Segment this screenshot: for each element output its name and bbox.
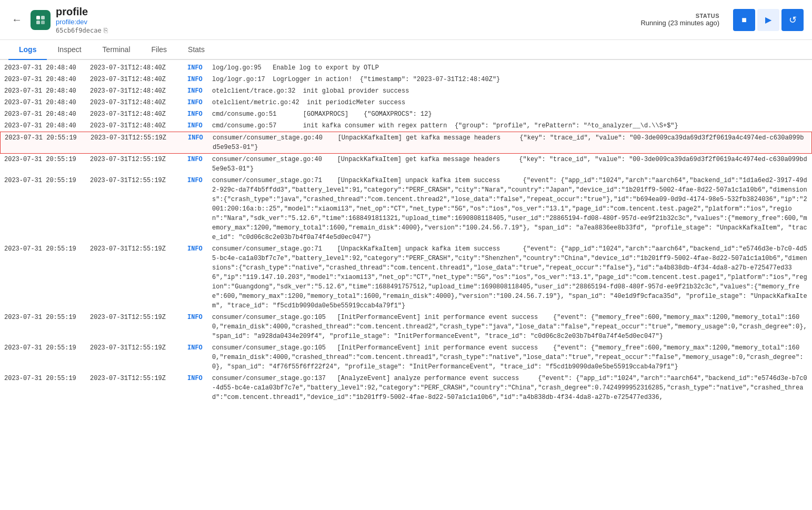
- log-isotime: 2023-07-31T12:55:19Z: [86, 313, 183, 322]
- log-isotime: 2023-07-31T12:55:19Z: [86, 343, 183, 353]
- log-isotime: 2023-07-31T12:48:40Z: [86, 121, 183, 131]
- back-button[interactable]: ←: [8, 13, 25, 27]
- log-message: otelclient/metric.go:42 init periodicMet…: [212, 98, 808, 107]
- app-icon: [31, 10, 51, 30]
- app-logo-icon: [35, 14, 46, 26]
- svg-rect-3: [41, 21, 45, 24]
- log-isotime: 2023-07-31T12:55:19Z: [86, 374, 183, 383]
- log-row: 2023-07-31 20:55:192023-07-31T12:55:19ZI…: [0, 175, 812, 243]
- log-datetime: 2023-07-31 20:55:19: [5, 133, 86, 143]
- svg-rect-0: [36, 16, 40, 19]
- log-row: 2023-07-31 20:55:192023-07-31T12:55:19ZI…: [0, 132, 812, 154]
- log-message: consumer/consumer_stage.go:137 [AnalyzeE…: [212, 374, 808, 402]
- svg-rect-1: [41, 16, 45, 19]
- log-isotime: 2023-07-31T12:55:19Z: [86, 133, 184, 143]
- app-title: profile: [56, 5, 635, 18]
- stop-button[interactable]: ■: [733, 9, 755, 31]
- log-row: 2023-07-31 20:55:192023-07-31T12:55:19ZI…: [0, 312, 812, 342]
- log-message: cmd/consume.go:51 [GOMAXPROCS] {"GOMAXPR…: [212, 109, 808, 119]
- status-value: Running (23 minutes ago): [640, 19, 719, 27]
- tab-stats[interactable]: Stats: [177, 40, 215, 60]
- log-datetime: 2023-07-31 20:55:19: [4, 343, 86, 353]
- log-level: INFO: [183, 98, 212, 107]
- log-row: 2023-07-31 20:48:402023-07-31T12:48:40ZI…: [0, 97, 812, 108]
- log-datetime: 2023-07-31 20:55:19: [4, 374, 86, 383]
- log-message: cmd/consume.go:57 init kafka consumer wi…: [212, 121, 808, 131]
- restart-button[interactable]: ↺: [781, 9, 804, 31]
- tabs-bar: Logs Inspect Terminal Files Stats: [0, 40, 812, 60]
- log-row: 2023-07-31 20:55:192023-07-31T12:55:19ZI…: [0, 373, 812, 403]
- log-level: INFO: [183, 313, 212, 322]
- header: ← profile profile:dev 65cb6f9decae ⎘ STA…: [0, 0, 812, 40]
- log-message: log/log.go:95 Enable log to export by OT…: [212, 63, 808, 73]
- copy-icon[interactable]: ⎘: [104, 26, 108, 34]
- log-message: log/logr.go:17 LogrLogger in action! {"t…: [212, 75, 808, 84]
- log-datetime: 2023-07-31 20:48:40: [4, 98, 86, 107]
- log-datetime: 2023-07-31 20:55:19: [4, 244, 86, 254]
- log-isotime: 2023-07-31T12:55:19Z: [86, 176, 183, 185]
- log-isotime: 2023-07-31T12:48:40Z: [86, 109, 183, 119]
- log-row: 2023-07-31 20:48:402023-07-31T12:48:40ZI…: [0, 62, 812, 74]
- log-isotime: 2023-07-31T12:48:40Z: [86, 98, 183, 107]
- log-entries: 2023-07-31 20:48:402023-07-31T12:48:40ZI…: [0, 62, 812, 403]
- log-level: INFO: [183, 75, 212, 84]
- log-row: 2023-07-31 20:48:402023-07-31T12:48:40ZI…: [0, 120, 812, 132]
- tab-inspect[interactable]: Inspect: [47, 40, 92, 60]
- log-datetime: 2023-07-31 20:48:40: [4, 86, 86, 96]
- log-row: 2023-07-31 20:55:192023-07-31T12:55:19ZI…: [0, 154, 812, 175]
- log-message: otelclient/trace.go:32 init global provi…: [212, 86, 808, 96]
- log-datetime: 2023-07-31 20:55:19: [4, 176, 86, 185]
- log-row: 2023-07-31 20:48:402023-07-31T12:48:40ZI…: [0, 74, 812, 85]
- log-level: INFO: [184, 133, 213, 143]
- log-message: consumer/consumer_stage.go:71 [UnpackKaf…: [212, 244, 808, 311]
- log-level: INFO: [183, 121, 212, 131]
- log-message: consumer/consumer_stage.go:40 [UnpackKaf…: [213, 133, 807, 152]
- log-level: INFO: [183, 86, 212, 96]
- tab-terminal[interactable]: Terminal: [92, 40, 141, 60]
- log-message: consumer/consumer_stage.go:40 [UnpackKaf…: [212, 155, 808, 174]
- svg-rect-2: [36, 21, 40, 24]
- log-datetime: 2023-07-31 20:48:40: [4, 75, 86, 84]
- log-isotime: 2023-07-31T12:55:19Z: [86, 244, 183, 254]
- log-message: consumer/consumer_stage.go:71 [UnpackKaf…: [212, 176, 808, 242]
- app-id-row: 65cb6f9decae ⎘: [56, 26, 635, 34]
- log-level: INFO: [183, 109, 212, 119]
- app-link[interactable]: profile:dev: [56, 18, 87, 26]
- log-row: 2023-07-31 20:55:192023-07-31T12:55:19ZI…: [0, 243, 812, 312]
- log-level: INFO: [183, 374, 212, 383]
- app-info: profile profile:dev 65cb6f9decae ⎘: [56, 5, 635, 34]
- play-button[interactable]: ▶: [757, 9, 779, 31]
- tab-logs[interactable]: Logs: [8, 40, 47, 60]
- log-container[interactable]: 2023-07-31 20:48:402023-07-31T12:48:40ZI…: [0, 60, 812, 491]
- log-message: consumer/consumer_stage.go:105 [InitPerf…: [212, 313, 808, 341]
- log-level: INFO: [183, 244, 212, 254]
- log-isotime: 2023-07-31T12:48:40Z: [86, 63, 183, 73]
- log-datetime: 2023-07-31 20:48:40: [4, 63, 86, 73]
- log-datetime: 2023-07-31 20:55:19: [4, 155, 86, 164]
- status-label: STATUS: [640, 13, 719, 19]
- log-isotime: 2023-07-31T12:55:19Z: [86, 155, 183, 164]
- log-datetime: 2023-07-31 20:48:40: [4, 109, 86, 119]
- log-datetime: 2023-07-31 20:55:19: [4, 313, 86, 322]
- log-row: 2023-07-31 20:48:402023-07-31T12:48:40ZI…: [0, 108, 812, 120]
- log-level: INFO: [183, 176, 212, 185]
- tab-files[interactable]: Files: [141, 40, 178, 60]
- log-level: INFO: [183, 343, 212, 353]
- log-row: 2023-07-31 20:55:192023-07-31T12:55:19ZI…: [0, 342, 812, 373]
- log-message: consumer/consumer_stage.go:105 [InitPerf…: [212, 343, 808, 372]
- log-level: INFO: [183, 63, 212, 73]
- log-isotime: 2023-07-31T12:48:40Z: [86, 75, 183, 84]
- log-datetime: 2023-07-31 20:48:40: [4, 121, 86, 131]
- app-id: 65cb6f9decae: [56, 27, 102, 34]
- log-level: INFO: [183, 155, 212, 164]
- log-isotime: 2023-07-31T12:48:40Z: [86, 86, 183, 96]
- log-row: 2023-07-31 20:48:402023-07-31T12:48:40ZI…: [0, 85, 812, 97]
- controls: ■ ▶ ↺: [733, 9, 804, 31]
- status-area: STATUS Running (23 minutes ago): [640, 13, 719, 27]
